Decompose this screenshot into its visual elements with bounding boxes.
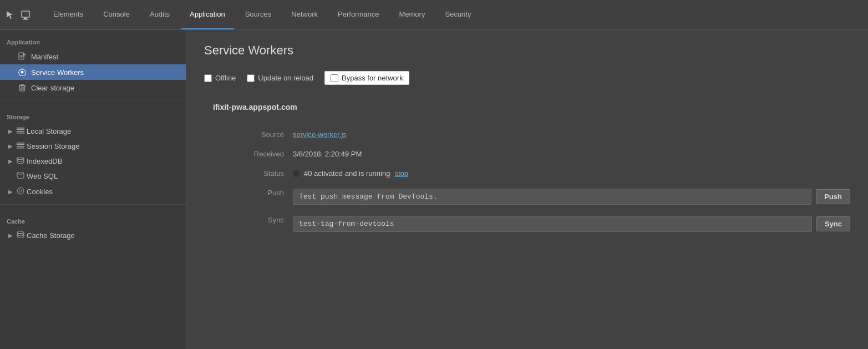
svg-rect-12 <box>17 127 24 129</box>
offline-checkbox[interactable] <box>204 74 212 82</box>
tab-bar: Elements Console Audits Application Sour… <box>0 0 868 30</box>
push-button[interactable]: Push <box>816 189 850 204</box>
sidebar-item-local-storage[interactable]: Local Storage <box>0 124 186 139</box>
main-layout: Application Manifest Service W <box>0 30 868 349</box>
indexeddb-expand-arrow <box>7 158 14 165</box>
sync-button[interactable]: Sync <box>816 216 850 231</box>
sidebar-item-cache-storage[interactable]: Cache Storage <box>0 228 186 243</box>
session-storage-label: Session Storage <box>27 142 79 150</box>
cookies-icon <box>17 187 24 196</box>
clear-storage-label: Clear storage <box>31 84 74 92</box>
content-panel: Service Workers Offline Update on reload… <box>186 30 868 349</box>
web-sql-icon <box>17 172 24 180</box>
trash-icon <box>18 83 27 92</box>
cache-storage-label: Cache Storage <box>27 231 75 240</box>
source-value: service-worker.js <box>293 125 850 144</box>
svg-point-24 <box>19 191 21 193</box>
cookies-expand-arrow <box>7 188 14 196</box>
svg-rect-0 <box>22 11 29 17</box>
sidebar-item-clear-storage[interactable]: Clear storage <box>0 80 186 95</box>
sidebar-item-indexeddb[interactable]: IndexedDB <box>0 154 186 169</box>
stop-link[interactable]: stop <box>394 169 408 178</box>
status-row: #0 activated and is running stop <box>293 169 850 178</box>
svg-rect-1 <box>24 18 27 19</box>
sync-label: Sync <box>248 210 293 230</box>
tab-sources[interactable]: Sources <box>236 0 281 29</box>
push-input-row: Push <box>293 189 850 205</box>
manifest-label: Manifest <box>31 53 58 61</box>
sync-value: Sync <box>293 210 850 237</box>
cache-storage-icon <box>17 231 24 240</box>
sidebar-application-label: Application <box>0 30 186 49</box>
svg-point-18 <box>17 157 24 159</box>
domain-label: ifixit-pwa.appspot.com <box>213 103 850 112</box>
push-input[interactable] <box>293 189 811 205</box>
svg-point-25 <box>17 231 24 234</box>
tab-audits[interactable]: Audits <box>141 0 179 29</box>
svg-point-21 <box>17 188 24 194</box>
svg-rect-13 <box>17 130 24 131</box>
inspect-icon[interactable] <box>20 9 31 21</box>
sync-input-row: Sync <box>293 216 850 232</box>
tab-application[interactable]: Application <box>181 0 234 29</box>
tab-performance[interactable]: Performance <box>329 0 388 29</box>
status-text: #0 activated and is running <box>304 169 390 178</box>
svg-point-22 <box>19 189 20 190</box>
toolbar-icons <box>4 9 31 21</box>
sidebar-item-web-sql[interactable]: Web SQL <box>0 169 186 184</box>
tabs-container: Elements Console Audits Application Sour… <box>44 0 480 29</box>
cookies-label: Cookies <box>27 188 53 196</box>
push-value: Push <box>293 183 850 210</box>
bypass-network-checkbox[interactable] <box>331 74 338 82</box>
web-sql-label: Web SQL <box>27 172 58 180</box>
sidebar-item-session-storage[interactable]: Session Storage <box>0 139 186 154</box>
sidebar-cache-label: Cache <box>0 209 186 228</box>
svg-point-23 <box>21 190 22 191</box>
tab-elements[interactable]: Elements <box>44 0 92 29</box>
page-title: Service Workers <box>204 43 850 58</box>
source-link[interactable]: service-worker.js <box>293 130 347 139</box>
local-storage-expand-arrow <box>7 128 14 135</box>
received-value: 3/8/2018, 2:20:49 PM <box>293 144 850 164</box>
doc-icon <box>18 52 27 61</box>
svg-rect-17 <box>17 147 24 149</box>
svg-rect-2 <box>23 19 28 20</box>
sidebar-item-service-workers[interactable]: Service Workers <box>0 64 186 80</box>
svg-point-19 <box>17 159 24 161</box>
checkbox-row: Offline Update on reload Bypass for netw… <box>204 71 850 85</box>
gear-icon <box>18 68 27 77</box>
tab-security[interactable]: Security <box>436 0 480 29</box>
cursor-icon[interactable] <box>4 9 16 21</box>
offline-checkbox-label[interactable]: Offline <box>204 74 236 82</box>
status-dot <box>293 170 300 177</box>
svg-rect-15 <box>17 142 24 144</box>
push-label: Push <box>248 183 293 203</box>
sidebar: Application Manifest Service W <box>0 30 186 349</box>
cache-storage-expand-arrow <box>7 232 14 240</box>
session-storage-expand-arrow <box>7 143 14 150</box>
local-storage-icon <box>17 127 24 135</box>
bypass-for-network-box[interactable]: Bypass for network <box>324 71 409 85</box>
source-label: Source <box>248 125 293 144</box>
tab-console[interactable]: Console <box>94 0 139 29</box>
status-label: Status <box>248 164 293 183</box>
service-worker-info: Source service-worker.js Received 3/8/20… <box>248 125 850 237</box>
update-on-reload-checkbox-label[interactable]: Update on reload <box>247 74 313 82</box>
sidebar-item-manifest[interactable]: Manifest <box>0 49 186 64</box>
svg-point-20 <box>17 172 24 174</box>
sidebar-divider-1 <box>0 100 186 100</box>
received-label: Received <box>248 144 293 164</box>
local-storage-label: Local Storage <box>27 127 71 135</box>
sidebar-item-cookies[interactable]: Cookies <box>0 184 186 200</box>
svg-point-7 <box>21 71 24 74</box>
status-value: #0 activated and is running stop <box>293 164 850 183</box>
sync-input[interactable] <box>293 216 812 232</box>
indexeddb-label: IndexedDB <box>27 157 62 165</box>
tab-network[interactable]: Network <box>282 0 327 29</box>
service-workers-label: Service Workers <box>31 68 84 77</box>
indexeddb-icon <box>17 157 24 165</box>
update-on-reload-label: Update on reload <box>258 74 313 82</box>
update-on-reload-checkbox[interactable] <box>247 74 255 82</box>
bypass-network-label: Bypass for network <box>342 74 403 82</box>
tab-memory[interactable]: Memory <box>390 0 434 29</box>
